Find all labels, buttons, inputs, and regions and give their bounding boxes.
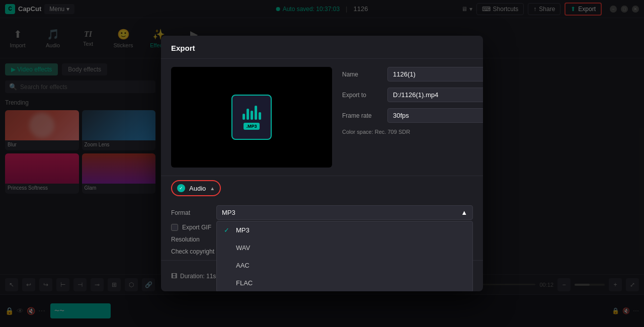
format-select-container: MP3 ▲ ✓ MP3 ✓ WAV ✓ AAC — [216, 205, 473, 220]
audio-check-icon: ✓ — [177, 184, 185, 192]
export-to-input[interactable] — [388, 88, 482, 102]
flac-option-label: FLAC — [236, 279, 253, 287]
color-space-text: Color space: Rec. 709 SDR — [342, 129, 483, 135]
gif-checkbox[interactable] — [171, 224, 178, 231]
mp3-check-icon: ✓ — [224, 226, 232, 234]
aac-option-label: AAC — [236, 262, 250, 269]
name-row: Name — [342, 67, 483, 81]
framerate-label: Frame rate — [342, 112, 382, 119]
framerate-value: 30fps — [393, 112, 409, 119]
format-option-mp3[interactable]: ✓ MP3 — [217, 221, 472, 239]
format-label: Format — [171, 209, 211, 216]
dialog-preview: .MP3 — [171, 67, 332, 168]
dialog-fields: Name Export to 🗂 Frame rate 30fps ▾ — [342, 67, 483, 168]
bar2 — [247, 109, 249, 120]
export-dialog: Export .MP3 Name — [161, 36, 483, 291]
mp3-bars — [243, 105, 261, 120]
folder-icon[interactable]: 🗂 — [482, 88, 483, 102]
audio-section: ✓ Audio ▲ — [161, 176, 483, 200]
dialog-body: .MP3 Name Export to 🗂 Frame rate — [161, 59, 483, 176]
mp3-option-label: MP3 — [236, 226, 250, 234]
format-dropdown: ✓ MP3 ✓ WAV ✓ AAC ✓ FLAC — [216, 221, 473, 291]
name-input[interactable] — [387, 67, 483, 81]
bar1 — [243, 114, 245, 120]
framerate-select[interactable]: 30fps ▾ — [387, 108, 483, 123]
dialog-overlay: Export .MP3 Name — [0, 0, 644, 327]
dialog-header: Export — [161, 36, 483, 59]
audio-toggle-label: Audio — [189, 185, 206, 192]
audio-toggle[interactable]: ✓ Audio ▲ — [171, 180, 221, 196]
framerate-row: Frame rate 30fps ▾ — [342, 108, 483, 123]
mp3-badge: .MP3 — [244, 123, 259, 130]
format-row: Format MP3 ▲ ✓ MP3 ✓ WAV ✓ — [161, 205, 483, 224]
wav-option-label: WAV — [236, 244, 250, 252]
dialog-title: Export — [171, 44, 195, 52]
format-option-flac[interactable]: ✓ FLAC — [217, 274, 472, 291]
duration-label: Duration: 11s — [180, 273, 216, 280]
bar4 — [255, 106, 257, 120]
format-option-aac[interactable]: ✓ AAC — [217, 257, 472, 274]
film-icon: 🎞 — [171, 273, 177, 280]
export-to-row: Export to 🗂 — [342, 88, 483, 102]
bar5 — [259, 112, 261, 120]
bar3 — [251, 111, 253, 120]
format-value: MP3 — [222, 209, 235, 216]
name-label: Name — [342, 71, 382, 78]
format-chevron-icon: ▲ — [461, 209, 467, 216]
audio-arrow-icon: ▲ — [210, 186, 215, 191]
format-option-wav[interactable]: ✓ WAV — [217, 239, 472, 257]
check-copyright-label: Check copyright — [171, 248, 214, 255]
export-to-field: 🗂 — [387, 88, 483, 102]
gif-label: Export GIF — [182, 224, 211, 231]
format-select-button[interactable]: MP3 ▲ — [216, 205, 473, 220]
mp3-icon: .MP3 — [231, 95, 272, 140]
resolution-label: Resolution — [171, 236, 211, 243]
export-to-label: Export to — [342, 92, 382, 99]
